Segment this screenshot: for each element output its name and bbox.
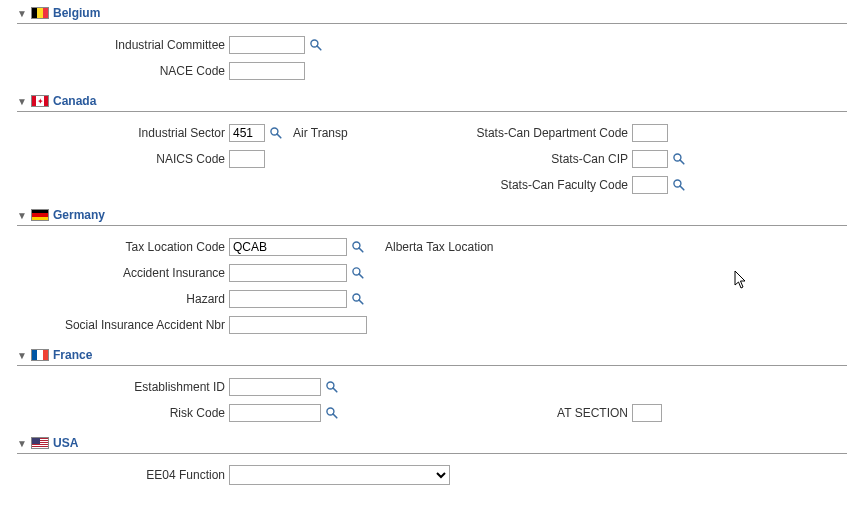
input-social-ins-accident-nbr[interactable] <box>229 316 367 334</box>
row-risk-code: Risk Code <box>17 400 432 426</box>
lookup-icon[interactable] <box>325 406 339 420</box>
desc-industrial-sector: Air Transp <box>293 126 348 140</box>
section-title: Belgium <box>53 6 100 20</box>
lookup-icon[interactable] <box>309 38 323 52</box>
flag-germany-icon <box>31 209 49 221</box>
row-ee04-function: EE04 Function <box>17 462 847 488</box>
label-hazard: Hazard <box>17 292 229 306</box>
row-establishment-id: Establishment ID <box>17 374 432 400</box>
row-accident-insurance: Accident Insurance <box>17 260 847 286</box>
lookup-icon[interactable] <box>351 240 365 254</box>
section-germany: ▼ Germany Tax Location Code Alberta Tax … <box>17 206 847 338</box>
collapse-icon[interactable]: ▼ <box>17 350 29 361</box>
input-industrial-sector[interactable] <box>229 124 265 142</box>
flag-france-icon <box>31 349 49 361</box>
section-title: Canada <box>53 94 96 108</box>
section-header-france[interactable]: ▼ France <box>17 346 847 366</box>
row-industrial-committee: Industrial Committee <box>17 32 847 58</box>
row-at-section: AT SECTION <box>432 400 847 426</box>
lookup-icon[interactable] <box>325 380 339 394</box>
input-establishment-id[interactable] <box>229 378 321 396</box>
lookup-icon[interactable] <box>351 292 365 306</box>
row-industrial-sector: Industrial Sector Air Transp <box>17 120 432 146</box>
lookup-icon[interactable] <box>672 178 686 192</box>
label-nace-code: NACE Code <box>17 64 229 78</box>
input-hazard[interactable] <box>229 290 347 308</box>
row-tax-location: Tax Location Code Alberta Tax Location <box>17 234 847 260</box>
label-stats-can-cip: Stats-Can CIP <box>432 152 632 166</box>
label-stats-can-dept: Stats-Can Department Code <box>432 126 632 140</box>
section-title: Germany <box>53 208 105 222</box>
row-stats-can-faculty: Stats-Can Faculty Code <box>432 172 847 198</box>
flag-canada-icon <box>31 95 49 107</box>
lookup-icon[interactable] <box>351 266 365 280</box>
lookup-icon[interactable] <box>269 126 283 140</box>
section-france: ▼ France Establishment ID Risk Code AT S… <box>17 346 847 426</box>
section-title: France <box>53 348 92 362</box>
label-risk-code: Risk Code <box>17 406 229 420</box>
label-ee04-function: EE04 Function <box>17 468 229 482</box>
label-social-ins-accident-nbr: Social Insurance Accident Nbr <box>17 318 229 332</box>
desc-tax-location: Alberta Tax Location <box>385 240 494 254</box>
input-risk-code[interactable] <box>229 404 321 422</box>
input-accident-insurance[interactable] <box>229 264 347 282</box>
label-industrial-sector: Industrial Sector <box>17 126 229 140</box>
input-stats-can-cip[interactable] <box>632 150 668 168</box>
lookup-icon[interactable] <box>672 152 686 166</box>
row-social-ins-accident-nbr: Social Insurance Accident Nbr <box>17 312 847 338</box>
input-naics-code[interactable] <box>229 150 265 168</box>
section-canada: ▼ Canada Industrial Sector Air Transp NA… <box>17 92 847 198</box>
collapse-icon[interactable]: ▼ <box>17 8 29 19</box>
label-tax-location: Tax Location Code <box>17 240 229 254</box>
label-industrial-committee: Industrial Committee <box>17 38 229 52</box>
select-ee04-function[interactable] <box>229 465 450 485</box>
section-header-canada[interactable]: ▼ Canada <box>17 92 847 112</box>
row-nace-code: NACE Code <box>17 58 847 84</box>
input-at-section[interactable] <box>632 404 662 422</box>
collapse-icon[interactable]: ▼ <box>17 96 29 107</box>
row-stats-can-cip: Stats-Can CIP <box>432 146 847 172</box>
section-belgium: ▼ Belgium Industrial Committee NACE Code <box>17 4 847 84</box>
label-establishment-id: Establishment ID <box>17 380 229 394</box>
label-stats-can-faculty: Stats-Can Faculty Code <box>432 178 632 192</box>
collapse-icon[interactable]: ▼ <box>17 210 29 221</box>
input-stats-can-faculty[interactable] <box>632 176 668 194</box>
section-header-usa[interactable]: ▼ USA <box>17 434 847 454</box>
input-stats-can-dept[interactable] <box>632 124 668 142</box>
flag-usa-icon <box>31 437 49 449</box>
flag-belgium-icon <box>31 7 49 19</box>
input-nace-code[interactable] <box>229 62 305 80</box>
section-header-germany[interactable]: ▼ Germany <box>17 206 847 226</box>
collapse-icon[interactable]: ▼ <box>17 438 29 449</box>
row-hazard: Hazard <box>17 286 847 312</box>
section-header-belgium[interactable]: ▼ Belgium <box>17 4 847 24</box>
label-at-section: AT SECTION <box>432 406 632 420</box>
section-title: USA <box>53 436 78 450</box>
row-naics-code: NAICS Code <box>17 146 432 172</box>
label-accident-insurance: Accident Insurance <box>17 266 229 280</box>
row-stats-can-dept: Stats-Can Department Code <box>432 120 847 146</box>
input-tax-location[interactable] <box>229 238 347 256</box>
section-usa: ▼ USA EE04 Function <box>17 434 847 488</box>
label-naics-code: NAICS Code <box>17 152 229 166</box>
row-spacer <box>432 374 847 400</box>
input-industrial-committee[interactable] <box>229 36 305 54</box>
